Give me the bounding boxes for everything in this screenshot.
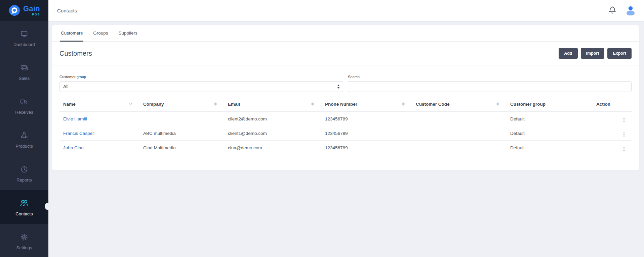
sort-desc-icon[interactable]: ▽ bbox=[129, 102, 132, 106]
table-header-row: Name ▽ Company Email Phone Number bbox=[59, 97, 632, 112]
search-input[interactable] bbox=[348, 81, 632, 92]
company-cell bbox=[139, 112, 224, 126]
table-row: Elvie Hamill client2@demo.com 123456789 … bbox=[59, 112, 632, 126]
phone-cell: 123456789 bbox=[321, 112, 412, 126]
sidebar-item-settings[interactable]: Settings bbox=[0, 224, 48, 257]
sort-icon[interactable] bbox=[311, 102, 314, 106]
email-cell: client2@demo.com bbox=[224, 112, 321, 126]
table-row: John Cina Cina Multimedia cina@demo.com … bbox=[59, 141, 632, 155]
contacts-icon bbox=[19, 198, 29, 208]
header-actions bbox=[608, 5, 636, 15]
customer-group-select[interactable]: All bbox=[59, 81, 343, 92]
avatar-icon bbox=[625, 5, 636, 15]
user-menu-button[interactable] bbox=[625, 5, 636, 15]
contacts-tabs: Customers Groups Suppliers bbox=[52, 25, 639, 42]
company-cell: Cina Multimedia bbox=[139, 141, 224, 155]
email-cell: cina@demo.com bbox=[224, 141, 321, 155]
bell-icon bbox=[608, 6, 616, 15]
code-cell bbox=[412, 141, 507, 155]
action-buttons: Add Import Export bbox=[559, 48, 632, 59]
group-cell: Default bbox=[507, 112, 593, 126]
table-row: Francis Casper ABC multimedia client1@de… bbox=[59, 126, 632, 141]
app-logo[interactable]: Gain POS bbox=[0, 0, 48, 21]
column-header-company[interactable]: Company bbox=[139, 97, 224, 112]
import-button[interactable]: Import bbox=[581, 48, 605, 59]
row-actions-kebab-icon[interactable] bbox=[622, 117, 626, 123]
sidebar-item-reports[interactable]: Reports bbox=[0, 156, 48, 190]
settings-icon bbox=[19, 232, 29, 242]
column-header-code[interactable]: Customer Code bbox=[412, 97, 507, 112]
customer-group-selected-value: All bbox=[63, 84, 69, 89]
sidebar-item-sales[interactable]: Sales bbox=[0, 55, 48, 89]
row-actions-kebab-icon[interactable] bbox=[622, 146, 626, 152]
sidebar-item-label: Contacts bbox=[15, 211, 33, 216]
sidebar: Gain POS Dashboard Sales bbox=[0, 0, 48, 257]
top-header: Contacts bbox=[48, 0, 644, 21]
section-title: Customers bbox=[59, 50, 92, 57]
page-title: Contacts bbox=[57, 8, 77, 13]
code-cell bbox=[412, 126, 507, 141]
sidebar-nav: Dashboard Sales Receives bbox=[0, 21, 48, 257]
customer-group-field: Customer group All bbox=[59, 75, 343, 92]
sidebar-item-label: Reports bbox=[16, 177, 32, 183]
card-header: Customers Add Import Export bbox=[52, 42, 639, 65]
add-button[interactable]: Add bbox=[559, 48, 577, 59]
column-header-phone[interactable]: Phone Number bbox=[321, 97, 412, 112]
tab-suppliers[interactable]: Suppliers bbox=[118, 25, 138, 42]
sidebar-item-label: Sales bbox=[19, 76, 30, 81]
column-header-action: Action bbox=[593, 97, 632, 112]
sidebar-item-label: Products bbox=[15, 144, 33, 149]
customer-name-link[interactable]: Francis Casper bbox=[63, 131, 94, 136]
email-cell: client1@demo.com bbox=[224, 126, 321, 141]
customers-table: Name ▽ Company Email Phone Number bbox=[59, 97, 632, 155]
export-button[interactable]: Export bbox=[607, 48, 632, 59]
sidebar-item-products[interactable]: Products bbox=[0, 122, 48, 156]
search-label: Search bbox=[348, 75, 632, 79]
sort-icon[interactable] bbox=[402, 102, 405, 106]
tab-customers[interactable]: Customers bbox=[60, 25, 83, 42]
customer-name-link[interactable]: John Cina bbox=[63, 145, 84, 150]
column-header-name[interactable]: Name ▽ bbox=[59, 97, 139, 112]
brand-sub: POS bbox=[32, 13, 40, 16]
company-cell: ABC multimedia bbox=[139, 126, 224, 141]
select-spinner-icon bbox=[337, 85, 340, 89]
receives-icon bbox=[19, 97, 29, 107]
phone-cell: 123456789 bbox=[321, 126, 412, 141]
sidebar-item-label: Dashboard bbox=[13, 42, 35, 47]
sort-icon[interactable] bbox=[496, 102, 499, 106]
gain-logo-icon bbox=[8, 4, 21, 16]
notifications-button[interactable] bbox=[608, 6, 616, 15]
sidebar-item-dashboard[interactable]: Dashboard bbox=[0, 21, 48, 55]
customers-card: Customers Groups Suppliers Customers Add… bbox=[52, 25, 639, 170]
phone-cell: 123456789 bbox=[321, 141, 412, 155]
sales-icon bbox=[19, 63, 29, 73]
row-actions-kebab-icon[interactable] bbox=[622, 131, 626, 138]
customers-table-wrap: Name ▽ Company Email Phone Number bbox=[52, 97, 639, 155]
column-header-group: Customer group bbox=[507, 97, 593, 112]
products-icon bbox=[19, 131, 29, 141]
sort-icon[interactable] bbox=[214, 102, 217, 106]
tab-groups[interactable]: Groups bbox=[92, 25, 109, 42]
group-cell: Default bbox=[507, 141, 593, 155]
filter-controls: Customer group All Search bbox=[52, 65, 639, 92]
sidebar-item-label: Settings bbox=[16, 245, 32, 250]
search-field: Search bbox=[348, 75, 632, 92]
brand-name: Gain bbox=[23, 5, 40, 12]
code-cell bbox=[412, 112, 507, 126]
sidebar-item-label: Receives bbox=[15, 110, 33, 115]
column-header-email[interactable]: Email bbox=[224, 97, 321, 112]
customer-name-link[interactable]: Elvie Hamill bbox=[63, 116, 87, 121]
sidebar-item-receives[interactable]: Receives bbox=[0, 89, 48, 122]
sidebar-item-contacts[interactable]: Contacts bbox=[0, 190, 48, 224]
dashboard-icon bbox=[19, 29, 29, 39]
customer-group-label: Customer group bbox=[59, 75, 343, 79]
group-cell: Default bbox=[507, 126, 593, 141]
reports-icon bbox=[19, 164, 29, 174]
logo-text: Gain POS bbox=[23, 5, 40, 16]
